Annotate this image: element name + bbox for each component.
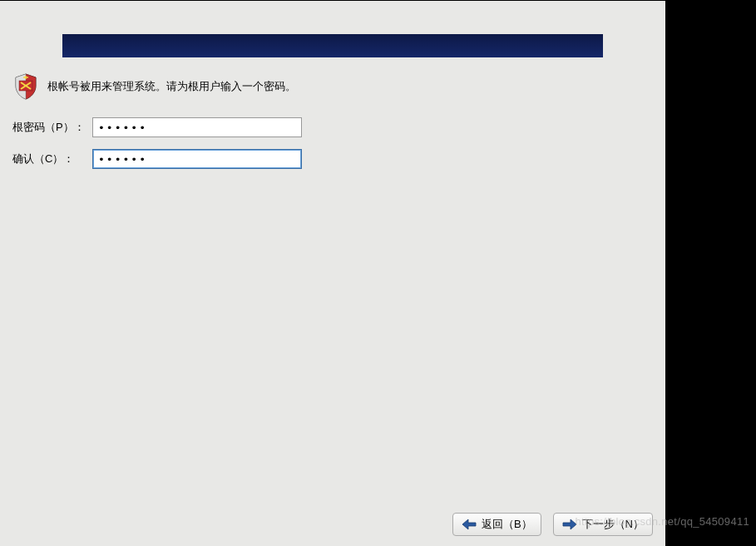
back-button[interactable]: 返回（B） [452,513,541,536]
watermark: https://blog.csdn.net/qq_54509411 [576,515,749,528]
instruction-text: 根帐号被用来管理系统。请为根用户输入一个密码。 [47,79,296,94]
header-bar [62,34,603,57]
password-input[interactable] [92,117,302,137]
arrow-left-icon [462,519,477,530]
confirm-label: 确认（C）： [12,151,92,166]
confirm-input[interactable] [92,149,302,169]
confirm-row: 确认（C）： [12,149,653,169]
content-area: 根帐号被用来管理系统。请为根用户输入一个密码。 根密码（P）： 确认（C）： [0,57,665,504]
password-label: 根密码（P）： [12,120,92,135]
instruction-row: 根帐号被用来管理系统。请为根用户输入一个密码。 [12,72,653,101]
installer-window: 根帐号被用来管理系统。请为根用户输入一个密码。 根密码（P）： 确认（C）： 返… [0,1,665,546]
password-row: 根密码（P）： [12,117,653,137]
button-bar: 返回（B） 下一步（N） [0,504,665,546]
back-button-label: 返回（B） [482,517,532,532]
shield-icon [12,72,39,101]
